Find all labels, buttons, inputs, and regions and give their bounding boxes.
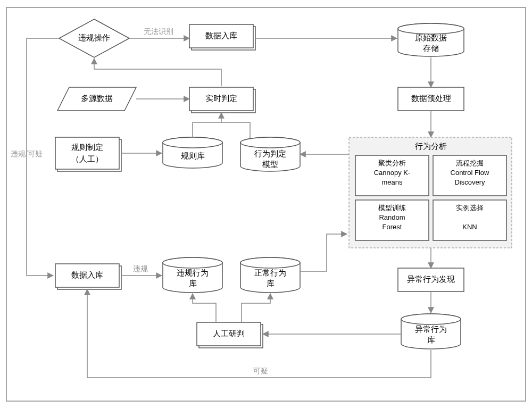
svg-text:Cannopy K-: Cannopy K- <box>374 169 411 177</box>
svg-text:异常行为发现: 异常行为发现 <box>407 274 455 284</box>
svg-text:实时判定: 实时判定 <box>205 94 237 103</box>
node-behavior-analysis: 行为分析 聚类分析 Cannopy K- means 流程挖掘 Control … <box>349 137 512 248</box>
node-violation-db: 违规行为 库 <box>163 257 222 293</box>
svg-text:违规/可疑: 违规/可疑 <box>11 149 43 158</box>
svg-text:违规操作: 违规操作 <box>78 33 110 42</box>
svg-text:实例选择: 实例选择 <box>456 204 484 212</box>
svg-text:Discovery: Discovery <box>454 178 485 186</box>
node-normal-db: 正常行为 库 <box>240 257 300 293</box>
svg-text:库: 库 <box>427 335 435 344</box>
node-anomaly-db: 异常行为 库 <box>401 314 461 349</box>
svg-text:原始数据: 原始数据 <box>415 33 447 42</box>
node-realtime-judge: 实时判定 <box>189 87 255 113</box>
svg-point-52 <box>240 257 300 268</box>
svg-text:违规: 违规 <box>133 264 148 273</box>
svg-text:多源数据: 多源数据 <box>81 94 113 103</box>
svg-text:可疑: 可疑 <box>253 367 268 375</box>
svg-point-21 <box>163 137 222 148</box>
svg-text:Control Flow: Control Flow <box>451 169 490 177</box>
node-violation-op: 违规操作 <box>59 19 129 57</box>
node-manual-review: 人工研判 <box>197 322 263 348</box>
svg-text:规则库: 规则库 <box>181 151 205 160</box>
svg-text:无法识别: 无法识别 <box>144 27 173 36</box>
svg-text:Random: Random <box>379 213 405 221</box>
svg-text:流程挖掘: 流程挖掘 <box>456 159 484 167</box>
svg-point-61 <box>401 314 461 324</box>
node-rule-making: 规则制定 （人工） <box>55 137 121 171</box>
node-preprocess: 数据预处理 <box>398 87 464 111</box>
analysis-train: 模型训练 Random Forest <box>355 200 429 240</box>
svg-text:（人工）: （人工） <box>71 154 103 163</box>
node-multi-source: 多源数据 <box>57 87 136 111</box>
node-anomaly-discover: 异常行为发现 <box>398 268 464 292</box>
svg-text:行为判定: 行为判定 <box>254 149 286 158</box>
node-behavior-model: 行为判定 模型 <box>240 137 300 171</box>
svg-text:正常行为: 正常行为 <box>254 268 286 277</box>
node-rule-db: 规则库 <box>163 137 222 168</box>
svg-text:规则制定: 规则制定 <box>71 143 103 152</box>
svg-text:Forest: Forest <box>383 223 402 231</box>
svg-text:聚类分析: 聚类分析 <box>378 159 406 167</box>
svg-text:人工研判: 人工研判 <box>213 329 245 338</box>
svg-text:数据入库: 数据入库 <box>205 31 237 40</box>
analysis-cluster: 聚类分析 Cannopy K- means <box>355 155 429 196</box>
svg-text:库: 库 <box>267 279 275 288</box>
svg-text:异常行为: 异常行为 <box>415 324 447 334</box>
svg-text:模型: 模型 <box>262 160 278 169</box>
analysis-instance: 实例选择 KNN <box>433 200 506 240</box>
svg-text:行为分析: 行为分析 <box>415 141 447 151</box>
svg-text:means: means <box>381 178 403 186</box>
svg-text:数据入库: 数据入库 <box>71 270 103 279</box>
analysis-process: 流程挖掘 Control Flow Discovery <box>433 155 506 196</box>
node-data-ingest-top: 数据入库 <box>189 24 255 50</box>
svg-text:KNN: KNN <box>462 223 477 231</box>
svg-text:数据预处理: 数据预处理 <box>411 94 451 103</box>
node-data-ingest-bottom: 数据入库 <box>55 264 121 289</box>
svg-text:模型训练: 模型训练 <box>378 204 406 212</box>
svg-point-24 <box>240 137 300 148</box>
svg-text:库: 库 <box>189 279 197 288</box>
svg-text:存储: 存储 <box>423 44 439 53</box>
node-raw-storage: 原始数据 存储 <box>398 23 464 56</box>
svg-point-48 <box>163 257 222 268</box>
flowchart-diagram: 违规操作 数据入库 原始数据 存储 多源数据 实时判定 数据预处理 规则制定 （… <box>0 0 532 408</box>
svg-text:违规行为: 违规行为 <box>177 268 209 277</box>
